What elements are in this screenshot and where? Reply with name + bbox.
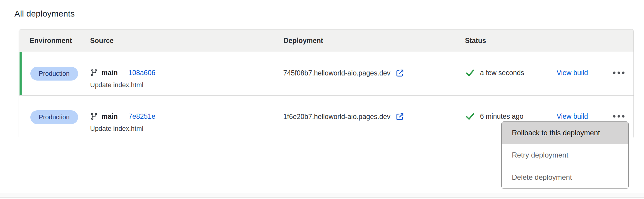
external-link-icon[interactable] xyxy=(395,69,404,78)
deployment-url: 1f6e20b7.helloworld-aio.pages.dev xyxy=(283,113,390,121)
environment-badge: Production xyxy=(30,110,78,124)
deployment-url: 745f08b7.helloworld-aio.pages.dev xyxy=(283,69,390,77)
source-cell: main 7e8251e xyxy=(90,112,155,121)
commit-link[interactable]: 7e8251e xyxy=(129,112,156,121)
source-cell: main 108a606 xyxy=(90,69,155,77)
view-build-link[interactable]: View build xyxy=(557,69,588,77)
deployment-actions-menu: Rollback to this deployment Retry deploy… xyxy=(501,121,629,189)
status-cell: 6 minutes ago xyxy=(465,112,523,121)
check-icon xyxy=(465,112,475,121)
status-time: a few seconds xyxy=(480,69,524,77)
menu-item-delete[interactable]: Delete deployment xyxy=(502,166,628,188)
ellipsis-dot xyxy=(613,72,615,74)
deployment-cell: 745f08b7.helloworld-aio.pages.dev xyxy=(283,69,404,78)
external-link-icon[interactable] xyxy=(395,112,404,121)
table-header-row: Environment Source Deployment Status xyxy=(19,29,633,52)
environment-badge: Production xyxy=(30,67,78,81)
row-actions-menu-button[interactable] xyxy=(610,69,627,77)
page-title: All deployments xyxy=(14,9,75,19)
menu-item-retry[interactable]: Retry deployment xyxy=(502,144,628,166)
ellipsis-dot xyxy=(618,72,620,74)
ellipsis-dot xyxy=(622,115,624,118)
column-header-environment: Environment xyxy=(30,29,72,52)
commit-message: Update index.html xyxy=(90,124,143,133)
column-header-deployment: Deployment xyxy=(284,29,323,52)
deployment-cell: 1f6e20b7.helloworld-aio.pages.dev xyxy=(283,112,404,121)
ellipsis-dot xyxy=(613,115,615,118)
status-cell: a few seconds xyxy=(465,68,524,78)
page-bottom-divider xyxy=(0,197,644,197)
status-time: 6 minutes ago xyxy=(480,112,523,121)
current-deployment-indicator xyxy=(20,52,22,95)
ellipsis-dot xyxy=(618,115,620,118)
row-actions-menu-button[interactable] xyxy=(610,112,627,121)
page-bottom-band xyxy=(0,193,644,197)
git-branch-icon xyxy=(90,69,98,77)
view-build-link[interactable]: View build xyxy=(557,112,588,121)
commit-link[interactable]: 108a606 xyxy=(129,69,156,77)
menu-item-rollback[interactable]: Rollback to this deployment xyxy=(502,122,628,144)
table-row: Production main 108a606 Update index.htm… xyxy=(19,52,633,96)
branch-name: main xyxy=(102,112,118,121)
commit-message: Update index.html xyxy=(90,81,143,89)
column-header-source: Source xyxy=(90,29,114,52)
branch-name: main xyxy=(102,69,118,77)
check-icon xyxy=(465,68,475,78)
ellipsis-dot xyxy=(622,72,624,74)
column-header-status: Status xyxy=(465,29,486,52)
git-branch-icon xyxy=(90,112,98,120)
